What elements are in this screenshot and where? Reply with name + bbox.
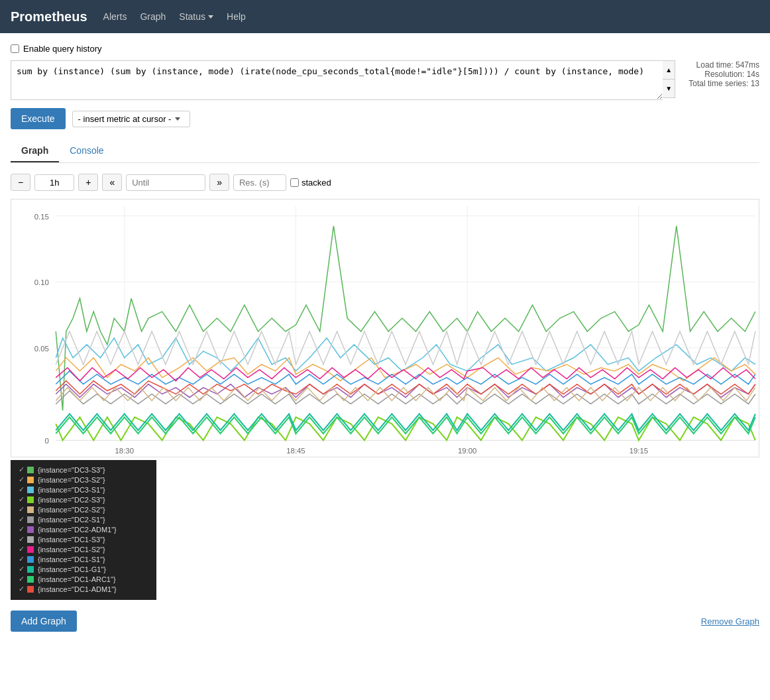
duration-plus-button[interactable]: + xyxy=(78,174,98,191)
query-history-row: Enable query history xyxy=(11,44,759,54)
until-input[interactable] xyxy=(126,174,205,191)
navbar: Prometheus Alerts Graph Status Help xyxy=(0,0,770,33)
legend-color-swatch xyxy=(27,487,34,493)
legend-item[interactable]: ✓ {instance="DC2-S3"} xyxy=(19,495,148,504)
legend-check-icon: ✓ xyxy=(19,545,25,554)
legend-box: ✓ {instance="DC3-S3"} ✓ {instance="DC3-S… xyxy=(11,460,156,600)
svg-text:0.15: 0.15 xyxy=(34,213,49,221)
legend-item[interactable]: ✓ {instance="DC1-S3"} xyxy=(19,535,148,544)
legend-color-swatch xyxy=(27,546,34,553)
legend-check-icon: ✓ xyxy=(19,575,25,583)
chevron-down-icon xyxy=(208,15,213,19)
total-series-stat: Total time series: 13 xyxy=(688,79,759,88)
duration-minus-button[interactable]: − xyxy=(11,174,30,191)
query-scroll-up[interactable]: ▲ xyxy=(663,61,675,80)
legend-item[interactable]: ✓ {instance="DC2-S1"} xyxy=(19,515,148,524)
legend-check-icon: ✓ xyxy=(19,475,25,484)
query-scroll-down[interactable]: ▼ xyxy=(663,80,675,97)
legend-item-label: {instance="DC1-S3"} xyxy=(38,536,105,544)
legend-item[interactable]: ✓ {instance="DC1-S1"} xyxy=(19,555,148,563)
query-scrollbar: ▲ ▼ xyxy=(663,60,675,98)
legend-color-swatch xyxy=(27,536,34,543)
legend-item[interactable]: ✓ {instance="DC1-ARC1"} xyxy=(19,575,148,583)
legend-item-label: {instance="DC3-S1"} xyxy=(38,486,105,494)
legend-item[interactable]: ✓ {instance="DC3-S2"} xyxy=(19,475,148,484)
legend-check-icon: ✓ xyxy=(19,505,25,514)
graph-controls: − + « » stacked xyxy=(11,171,759,194)
legend-item[interactable]: ✓ {instance="DC1-S2"} xyxy=(19,545,148,554)
svg-text:19:15: 19:15 xyxy=(630,447,648,455)
tab-console[interactable]: Console xyxy=(59,140,114,162)
legend-item-label: {instance="DC1-G1"} xyxy=(38,565,106,573)
legend-item-label: {instance="DC1-ADM1"} xyxy=(38,585,117,593)
resolution-input[interactable] xyxy=(233,174,286,191)
legend-item-label: {instance="DC2-S3"} xyxy=(38,496,105,504)
legend-check-icon: ✓ xyxy=(19,495,25,504)
legend-item-label: {instance="DC1-S2"} xyxy=(38,546,105,554)
tab-graph[interactable]: Graph xyxy=(11,140,59,162)
legend-item-label: {instance="DC1-S1"} xyxy=(38,555,105,563)
stacked-label-text: stacked xyxy=(302,178,331,188)
duration-input[interactable] xyxy=(34,174,74,191)
legend-item-label: {instance="DC1-ARC1"} xyxy=(38,575,116,583)
legend-color-swatch xyxy=(27,576,34,583)
legend-color-swatch xyxy=(27,526,34,533)
svg-text:19:00: 19:00 xyxy=(458,447,476,455)
legend-check-icon: ✓ xyxy=(19,535,25,544)
add-graph-button[interactable]: Add Graph xyxy=(11,611,77,632)
legend-check-icon: ✓ xyxy=(19,585,25,593)
legend-check-icon: ✓ xyxy=(19,465,25,474)
query-textarea[interactable]: sum by (instance) (sum by (instance, mod… xyxy=(11,60,663,100)
enable-history-checkbox[interactable] xyxy=(11,44,19,53)
legend-color-swatch xyxy=(27,496,34,503)
nav-alerts[interactable]: Alerts xyxy=(103,11,127,22)
metric-caret-icon xyxy=(175,117,180,121)
chart-svg: 0.15 0.10 0.05 0 18:30 18:45 19:00 19:15 xyxy=(11,200,759,457)
svg-text:0.10: 0.10 xyxy=(34,279,49,287)
legend-item-label: {instance="DC2-S1"} xyxy=(38,516,105,524)
legend-item-label: {instance="DC3-S3"} xyxy=(38,466,105,474)
execute-row: Execute - insert metric at cursor - xyxy=(11,108,759,129)
metric-placeholder-text: - insert metric at cursor - xyxy=(78,114,172,124)
legend-item[interactable]: ✓ {instance="DC1-G1"} xyxy=(19,565,148,573)
legend-color-swatch xyxy=(27,566,34,573)
svg-text:0.05: 0.05 xyxy=(34,345,49,353)
chart-container: 0.15 0.10 0.05 0 18:30 18:45 19:00 19:15 xyxy=(11,199,759,457)
legend-item[interactable]: ✓ {instance="DC3-S3"} xyxy=(19,465,148,474)
svg-text:0: 0 xyxy=(45,437,49,445)
legend-item-label: {instance="DC3-S2"} xyxy=(38,476,105,484)
legend-item[interactable]: ✓ {instance="DC2-S2"} xyxy=(19,505,148,514)
remove-graph-button[interactable]: Remove Graph xyxy=(701,616,759,626)
legend-color-swatch xyxy=(27,516,34,523)
metric-selector[interactable]: - insert metric at cursor - xyxy=(72,111,191,127)
legend-check-icon: ✓ xyxy=(19,515,25,524)
nav-graph[interactable]: Graph xyxy=(140,11,166,22)
legend-item[interactable]: ✓ {instance="DC1-ADM1"} xyxy=(19,585,148,593)
legend-color-swatch xyxy=(27,477,34,483)
legend-color-swatch xyxy=(27,586,34,593)
legend-check-icon: ✓ xyxy=(19,485,25,494)
tabs: Graph Console xyxy=(11,140,759,163)
execute-button[interactable]: Execute xyxy=(11,108,66,129)
stacked-control[interactable]: stacked xyxy=(290,178,331,188)
legend-check-icon: ✓ xyxy=(19,525,25,534)
bottom-actions: Add Graph Remove Graph xyxy=(11,611,759,642)
main-content: Enable query history sum by (instance) (… xyxy=(0,33,770,653)
nav-status-dropdown[interactable]: Status xyxy=(179,11,213,22)
query-row: sum by (instance) (sum by (instance, mod… xyxy=(11,60,759,100)
forward-button[interactable]: » xyxy=(209,174,229,191)
navbar-brand[interactable]: Prometheus xyxy=(11,9,87,25)
legend-item[interactable]: ✓ {instance="DC3-S1"} xyxy=(19,485,148,494)
enable-history-label[interactable]: Enable query history xyxy=(23,44,102,54)
legend-item-label: {instance="DC2-ADM1"} xyxy=(38,526,117,534)
nav-help[interactable]: Help xyxy=(227,11,246,22)
legend-item[interactable]: ✓ {instance="DC2-ADM1"} xyxy=(19,525,148,534)
backward-button[interactable]: « xyxy=(102,174,122,191)
stacked-checkbox[interactable] xyxy=(290,178,299,187)
legend-color-swatch xyxy=(27,467,34,473)
svg-text:18:30: 18:30 xyxy=(115,447,134,455)
legend-check-icon: ✓ xyxy=(19,555,25,563)
stats-box: Load time: 547ms Resolution: 14s Total t… xyxy=(688,60,759,88)
legend-item-label: {instance="DC2-S2"} xyxy=(38,506,105,514)
svg-text:18:45: 18:45 xyxy=(286,447,305,455)
